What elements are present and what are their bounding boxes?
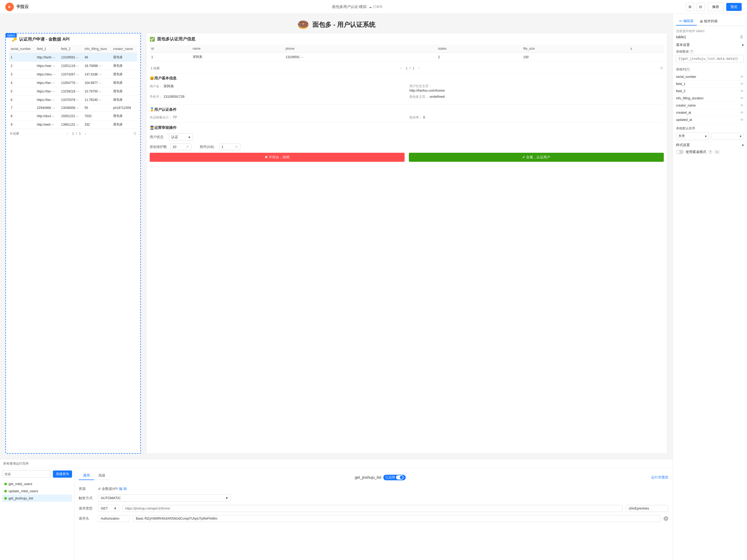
columns-label: 表格列(7) (676, 67, 744, 72)
eye-icon[interactable]: 👁 (740, 89, 744, 93)
tab-advanced[interactable]: 高级 (94, 472, 109, 480)
eye-icon[interactable]: 👁 (740, 103, 744, 108)
attachment-label: 附件(GB) (200, 144, 216, 149)
tab-general[interactable]: 通用 (79, 472, 94, 480)
query-dot-1 (4, 483, 7, 485)
column-name: field_2 (676, 89, 685, 93)
device-icon-btn[interactable]: ⊟ (696, 3, 705, 11)
original-input[interactable]: 10 ✕ (170, 143, 191, 150)
right-next-btn[interactable]: › (417, 65, 422, 71)
left-table-row[interactable]: 2https://wei ···13251118 ···18.70898 ···… (9, 62, 137, 70)
url-base-input[interactable]: https://jinshuju.net/api/v1/forms/ (122, 505, 623, 512)
filter-icon[interactable]: ▽ (134, 132, 136, 135)
left-table-row[interactable]: 1http://fanfc ···13109591 ···46面包多 (9, 53, 137, 62)
save-button[interactable]: 保存 (707, 3, 724, 11)
left-data-table: serial_number field_1 field_2 info_filli… (9, 45, 137, 129)
left-table-row[interactable]: 9http://weit ···13661131 ···332面包多 (9, 121, 137, 129)
clear-original[interactable]: ✕ (186, 145, 189, 149)
eye-icon[interactable]: 👁 (740, 75, 744, 79)
settings-tab-components[interactable]: ⊞ 组件列表 (697, 17, 721, 25)
canvas-top: 🍩 面包多 - 用户认证系统 table1 🔑 认证用户申请 - 金数据 API… (0, 14, 673, 459)
basic-settings-header[interactable]: 基本设置 ▾ (676, 43, 744, 47)
compact-mode-label: 使用紧凑模式 (686, 150, 706, 154)
style-settings-header[interactable]: 样式设置 ▾ (676, 143, 744, 148)
compact-help-icon: ? (709, 150, 712, 154)
right-table-footer: 1 结果 ‹ 1 / 1 › ▽ (150, 63, 664, 71)
right-pagination: ‹ 1 / 1 › (398, 65, 422, 71)
sort-field-select[interactable]: ▾ (711, 133, 744, 140)
reject-button[interactable]: ✖ 不符合，拒绝 (150, 153, 405, 162)
attachment-input[interactable]: 1 ✕ (219, 143, 240, 150)
eye-icon[interactable]: 👁 (740, 118, 744, 122)
prev-page-btn[interactable]: ‹ (65, 131, 70, 136)
source-label: 资源 (79, 486, 95, 491)
source-refresh-icon[interactable]: ↺ (98, 487, 101, 491)
top-header: K 卡拉云 面包多用户认证-模拟 ☁ 已保存 ⊞ ⊟ 保存 预览 (0, 0, 747, 14)
status-select[interactable]: 认证 ▾ (169, 133, 193, 141)
action-buttons: ✖ 不符合，拒绝 ✔ 合规，认证用户 (150, 153, 664, 162)
left-table-row[interactable]: 8http://doul ···15001231 ···7032面包多 (9, 112, 137, 121)
left-table-footer: 9 结果 ‹ 1 / 1 › ▽ (9, 129, 137, 136)
query-config-header: 通用 高级 get_jinshuju_list 已启用 运行并预览 (79, 472, 668, 483)
col-field2: field_2 (59, 45, 83, 53)
style-section: 样式设置 ▾ 使用紧凑模式 ? fx (676, 143, 744, 154)
right-cell-id: 1 (150, 53, 191, 61)
saved-badge: ☁ 已保存 (369, 4, 383, 9)
right-filter-icon[interactable]: ▽ (660, 66, 663, 70)
phone-value: 13109591726 (163, 95, 185, 99)
table-data-input[interactable] (676, 55, 744, 62)
right-title-icon: ✅ (150, 37, 155, 42)
components-icon: ⊞ (700, 19, 703, 23)
search-input[interactable] (2, 471, 51, 478)
columns-list: serial_number👁field_1👁field_2👁info_filli… (676, 73, 744, 124)
col-duration: info_filling_dura (83, 45, 112, 53)
left-table-row[interactable]: 4https://fan ···13354776 ···104.8877 ···… (9, 79, 137, 87)
clear-header-btn[interactable]: ✕ (664, 516, 668, 521)
new-query-button[interactable]: 新建查询 (53, 471, 72, 478)
column-name: info_filling_duration (676, 97, 703, 100)
auth-condition-section: 🥇用户认证条件 作品销量合计： 77 投诉率： 0 (150, 104, 664, 120)
source-edit-link[interactable]: 编 辑 (119, 486, 127, 491)
saved-text: 已保存 (373, 4, 383, 9)
query-item-update-mbd-users[interactable]: update_mbd_users (2, 487, 72, 495)
ops-section: 👮运营审核操作 用户状态 认证 ▾ 原创保护数 10 (150, 123, 664, 162)
query-name-badge: get_jinshuju_list 已启用 (355, 475, 406, 480)
current-component-label: 当前选中组件 table1 (676, 29, 744, 33)
next-page-btn[interactable]: › (83, 131, 88, 136)
eye-icon[interactable]: 👁 (740, 82, 744, 86)
sort-order-select[interactable]: 升序 ▾ (676, 132, 709, 140)
homepage-value: undefined (430, 95, 445, 99)
app-title: 面包多用户认证-模拟 (332, 4, 367, 9)
column-item: info_filling_duration👁 (676, 95, 744, 102)
eye-icon[interactable]: 👁 (740, 110, 744, 115)
layout-icon-btn[interactable]: ⊞ (686, 3, 694, 11)
search-bar: 新建查询 (2, 471, 72, 478)
table-data-label-row: 表格数据 ? (676, 49, 744, 54)
method-row: 请求类型 GET ▾ https://jinshuju.net/api/v1/f… (79, 505, 668, 512)
approve-button[interactable]: ✔ 合规，认证用户 (409, 153, 664, 162)
query-item-get-jinshuju-list[interactable]: get_jinshuju_list (2, 495, 72, 502)
toggle-enabled[interactable] (396, 475, 404, 480)
url-path-input[interactable]: s5InEp/entries (626, 505, 668, 512)
delete-component-btn[interactable]: 🗑 (740, 34, 744, 39)
left-table-row[interactable]: 5https://fan ···13239218 ···10.79750 ···… (9, 87, 137, 96)
settings-tab-editor[interactable]: ✏ 编辑器 (676, 17, 697, 26)
basic-settings-label: 基本设置 (676, 43, 690, 47)
status-row: 用户状态 认证 ▾ (150, 133, 664, 141)
logo-icon: K (5, 3, 14, 11)
method-select[interactable]: GET ▾ (98, 505, 119, 512)
header-key-input[interactable]: Authorization (98, 515, 130, 522)
query-item-get-mbd-users[interactable]: get_mbd_users (2, 480, 72, 487)
right-prev-btn[interactable]: ‹ (398, 65, 404, 71)
trigger-select[interactable]: AUTOMATIC ▾ (98, 495, 231, 502)
clear-attachment[interactable]: ✕ (235, 145, 238, 149)
right-table-row[interactable]: 1 宋阿美 13109591 ··· 2 100 (150, 53, 664, 61)
compact-mode-toggle[interactable] (676, 150, 684, 154)
left-table-row[interactable]: 722944966 ···13038936 ···55ph18712309 (9, 104, 137, 112)
eye-icon[interactable]: 👁 (740, 96, 744, 100)
run-preview-button[interactable]: 运行并预览 (651, 475, 668, 480)
preview-button[interactable]: 预览 (726, 3, 742, 11)
left-table-row[interactable]: 3https://dou ···13374267 ···147.6186 ···… (9, 70, 137, 79)
header-value-input[interactable]: Basic RlZyVWtIRHlXdXRSNUdCcmptTUhpUTpReF… (133, 515, 660, 522)
left-table-row[interactable]: 6https://fan ···13370378 ···11.78240 ···… (9, 96, 137, 104)
